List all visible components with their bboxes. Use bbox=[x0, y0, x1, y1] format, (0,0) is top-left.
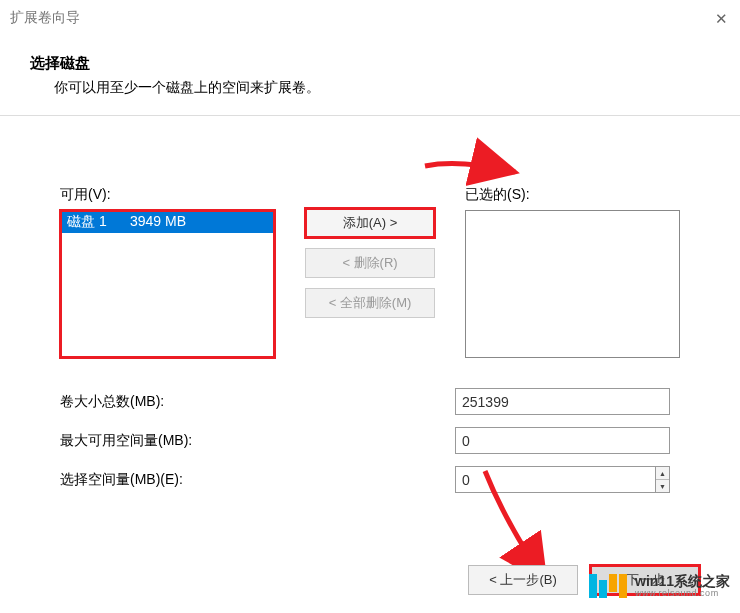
close-icon[interactable]: ✕ bbox=[715, 10, 728, 28]
page-subtitle: 你可以用至少一个磁盘上的空间来扩展卷。 bbox=[30, 79, 710, 97]
total-mb-label: 卷大小总数(MB): bbox=[60, 393, 455, 411]
spinner-down-icon[interactable]: ▼ bbox=[656, 480, 669, 492]
remove-button: < 删除(R) bbox=[305, 248, 435, 278]
watermark-url: www.relsound.com bbox=[635, 589, 730, 599]
watermark: win11系统之家 www.relsound.com bbox=[589, 574, 730, 599]
remove-all-button: < 全部删除(M) bbox=[305, 288, 435, 318]
spinner-up-icon[interactable]: ▲ bbox=[656, 467, 669, 480]
list-item[interactable]: 磁盘 1 3949 MB bbox=[61, 211, 274, 233]
selected-label: 已选的(S): bbox=[465, 186, 680, 204]
watermark-logo-icon bbox=[589, 574, 627, 598]
spinner[interactable]: ▲ ▼ bbox=[655, 466, 670, 493]
selected-listbox[interactable] bbox=[465, 210, 680, 358]
available-label: 可用(V): bbox=[60, 186, 275, 204]
page-title: 选择磁盘 bbox=[30, 54, 710, 73]
available-listbox[interactable]: 磁盘 1 3949 MB bbox=[60, 210, 275, 358]
max-mb-label: 最大可用空间量(MB): bbox=[60, 432, 455, 450]
add-button[interactable]: 添加(A) > bbox=[305, 208, 435, 238]
window-title: 扩展卷向导 bbox=[10, 9, 80, 27]
select-mb-input[interactable] bbox=[455, 466, 655, 493]
max-mb-value bbox=[455, 427, 670, 454]
back-button[interactable]: < 上一步(B) bbox=[468, 565, 578, 595]
watermark-name: win11系统之家 bbox=[635, 574, 730, 589]
select-mb-label: 选择空间量(MB)(E): bbox=[60, 471, 455, 489]
total-mb-value bbox=[455, 388, 670, 415]
